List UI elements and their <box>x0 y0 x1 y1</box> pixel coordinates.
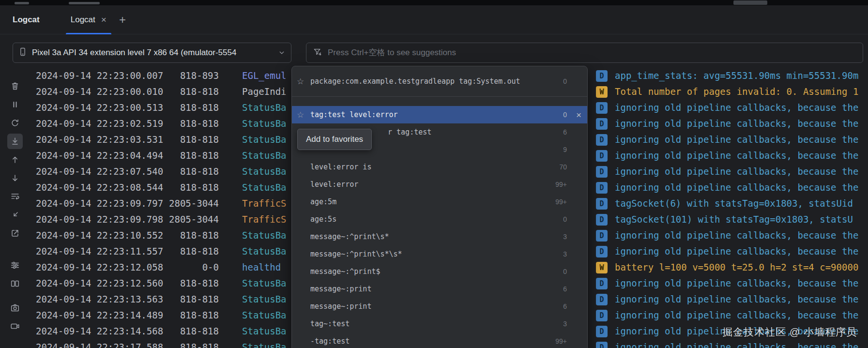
log-timestamp: 2024-09-14 22:23:12.058 <box>36 259 163 275</box>
log-message: Total number of pages invalid: 0. Assumi… <box>615 84 868 100</box>
log-level-chip: D <box>596 118 608 130</box>
suggestion-item[interactable]: level:error is70 <box>292 158 587 176</box>
configure-logcat-icon[interactable] <box>7 257 23 273</box>
log-message: ignoring old pipeline callbacks, because… <box>615 307 868 323</box>
suggestion-text: level:error is <box>310 163 545 171</box>
log-level-chip: D <box>596 326 608 337</box>
log-timestamp: 2024-09-14 22:23:14.568 <box>36 323 163 339</box>
match-count: 99+ <box>545 198 567 206</box>
suggestion-item[interactable]: age:5s0 <box>292 211 587 228</box>
log-pid-tid: 818-818 <box>168 180 219 196</box>
star-icon[interactable]: ☆ <box>297 76 310 87</box>
log-level-chip: D <box>596 182 608 194</box>
log-message: ignoring old pipeline callbacks, because… <box>615 100 868 116</box>
log-pid-tid: 818-818 <box>168 291 219 307</box>
log-level-chip: W <box>596 86 608 98</box>
suggestion-text: package:com.example.testgradleapp tag:Sy… <box>310 77 545 86</box>
log-pid-tid: 818-818 <box>168 132 219 148</box>
split-panels-icon[interactable] <box>7 276 23 291</box>
screen-record-icon[interactable] <box>7 318 23 334</box>
match-count: 70 <box>545 163 567 171</box>
log-tag: StatusBa <box>242 227 287 243</box>
suggestion-text: age:5s <box>310 215 545 224</box>
titlebar-fragment <box>69 2 100 4</box>
logcat-header: Logcat Logcat × + <box>0 5 868 34</box>
log-pid-tid: 818-818 <box>168 339 219 348</box>
suggestion-item[interactable]: message~:print6 <box>292 280 587 298</box>
match-count: 6 <box>545 285 567 293</box>
log-level-chip: D <box>596 134 608 146</box>
soft-wrap-icon[interactable] <box>7 189 23 204</box>
match-count: 3 <box>545 320 567 328</box>
export-icon[interactable] <box>7 226 23 241</box>
log-message: ignoring old pipeline callbacks, because… <box>615 227 868 243</box>
suggestion-text: message~:print <box>310 302 545 311</box>
log-tag: StatusBa <box>242 164 287 180</box>
log-pid-tid: 818-818 <box>168 100 219 116</box>
match-count: 3 <box>545 233 567 241</box>
match-count: 0 <box>545 111 567 119</box>
logcat-top-toolbar: Pixel 3a API 34 extension level 7 x86 64… <box>0 41 868 65</box>
suggestion-item[interactable]: ☆tag:test level:error0× <box>292 106 587 123</box>
titlebar-button-fragment <box>733 0 767 5</box>
tooltip-text: Add to favorites <box>306 135 363 144</box>
close-tab-icon[interactable]: × <box>101 15 107 24</box>
filter-input[interactable] <box>328 48 856 58</box>
suggestion-item[interactable]: message~:^print$0 <box>292 263 587 280</box>
log-pid-tid: 818-818 <box>168 307 219 323</box>
add-to-favorites-tooltip: Add to favorites <box>297 129 372 150</box>
suggestion-item[interactable]: level:error99+ <box>292 176 587 193</box>
log-message: ignoring old pipeline callbacks, because… <box>615 180 868 196</box>
filter-field[interactable] <box>306 43 863 63</box>
log-tag: StatusBa <box>242 132 287 148</box>
scroll-to-end-icon[interactable] <box>7 134 23 149</box>
match-count: 6 <box>545 303 567 310</box>
chevron-down-icon <box>277 48 286 57</box>
add-tab-icon[interactable]: + <box>119 14 126 26</box>
log-level-chip: D <box>596 278 608 289</box>
log-pid-tid: 818-818 <box>168 323 219 339</box>
log-level-chip: D <box>596 214 608 226</box>
logcat-side-toolbar <box>0 65 30 348</box>
log-message: ignoring old pipeline callbacks, because… <box>615 148 868 164</box>
suggestion-item[interactable]: message~:print6 <box>292 298 587 315</box>
star-icon[interactable]: ☆ <box>297 110 310 120</box>
log-tag: TrafficS <box>242 212 287 227</box>
suggestion-text: tag~:test <box>310 319 545 328</box>
screenshot-icon[interactable] <box>7 300 23 316</box>
log-message: battery l=100 v=5000 t=25.0 h=2 st=4 c=9… <box>615 259 868 275</box>
log-tag: StatusBa <box>242 116 287 132</box>
restart-icon[interactable] <box>7 115 23 131</box>
next-occurrence-icon[interactable] <box>7 170 23 186</box>
suggestion-item[interactable]: age:5m99+ <box>292 193 587 211</box>
suggestion-item[interactable]: message~:^print\s*3 <box>292 228 587 245</box>
suggestions-list: ☆package:com.example.testgradleapp tag:S… <box>292 66 587 348</box>
log-level-chip: D <box>596 294 608 305</box>
import-icon[interactable] <box>7 207 23 223</box>
log-level-chip: D <box>596 150 608 162</box>
suggestion-item[interactable]: message~:^print\s*\s*3 <box>292 245 587 263</box>
log-pid-tid: 818-893 <box>168 68 219 84</box>
log-pid-tid: 818-818 <box>168 164 219 180</box>
pause-icon[interactable] <box>7 97 23 112</box>
suggestion-item[interactable]: -tag:test99+ <box>292 333 587 348</box>
suggestions-popup: ☆package:com.example.testgradleapp tag:S… <box>291 66 588 348</box>
tab-logcat[interactable]: Logcat × <box>65 5 112 34</box>
device-selector[interactable]: Pixel 3a API 34 extension level 7 x86 64… <box>13 43 291 63</box>
previous-occurrence-icon[interactable] <box>7 152 23 167</box>
suggestion-item[interactable]: ☆package:com.example.testgradleapp tag:S… <box>292 73 587 90</box>
window-titlebar-sliver <box>0 0 868 5</box>
clear-logcat-icon[interactable] <box>7 78 23 94</box>
suggestion-item[interactable]: tag~:test3 <box>292 315 587 333</box>
suggestion-text: message~:^print$ <box>310 267 545 276</box>
suggestion-text: tag:test level:error <box>310 110 545 119</box>
device-icon <box>18 47 28 59</box>
log-level-chip: D <box>596 246 608 257</box>
log-pid-tid: 818-818 <box>168 227 219 243</box>
log-tag: TrafficS <box>242 196 287 212</box>
log-message: ignoring old pipeline callbacks, because… <box>615 116 868 132</box>
log-pid-tid: 2805-3044 <box>168 196 219 212</box>
log-pid-tid: 818-818 <box>168 148 219 164</box>
remove-suggestion-icon[interactable]: × <box>567 110 581 120</box>
suggestion-text: r tag:test <box>388 128 545 136</box>
